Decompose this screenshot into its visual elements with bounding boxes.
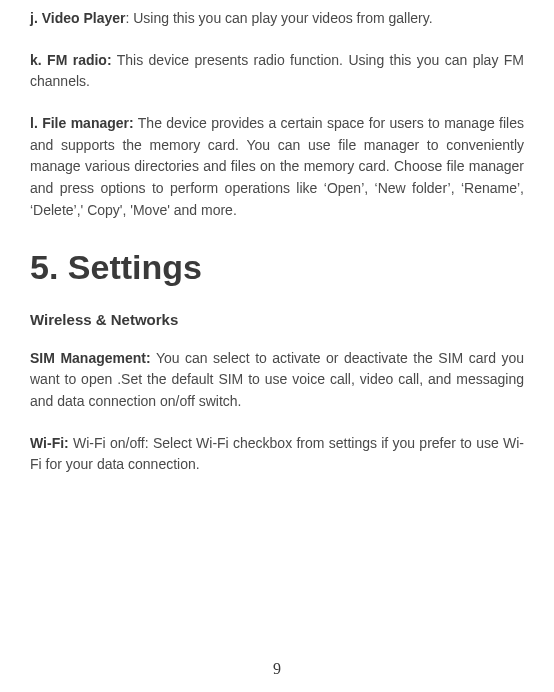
wifi-text: Wi-Fi on/off: Select Wi-Fi checkbox from… [30,435,524,473]
sim-management-label: SIM Management: [30,350,151,366]
item-j-text: Using this you can play your videos from… [133,10,432,26]
wifi: Wi-Fi: Wi-Fi on/off: Select Wi-Fi checkb… [30,433,524,476]
subsection-wireless-networks: Wireless & Networks [30,311,524,328]
item-k: k. FM radio: This device presents radio … [30,50,524,93]
sim-management: SIM Management: You can select to activa… [30,348,524,413]
section-heading-settings: 5. Settings [30,248,524,287]
item-l-label: l. File manager: [30,115,134,131]
item-k-label: k. FM radio: [30,52,112,68]
item-l: l. File manager: The device provides a c… [30,113,524,221]
page-number: 9 [273,660,281,678]
item-j: j. Video Player: Using this you can play… [30,8,524,30]
item-j-label: j. Video Player [30,10,125,26]
wifi-label: Wi-Fi: [30,435,69,451]
